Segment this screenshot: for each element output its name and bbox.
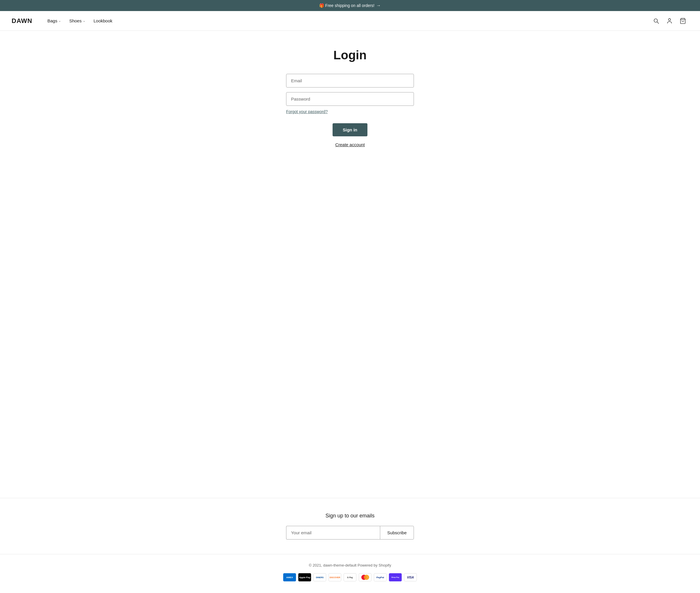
nav-item-shoes[interactable]: Shoes ⌄	[65, 16, 89, 26]
payment-amex: AMEX	[283, 573, 296, 581]
payment-apple-pay: Apple Pay	[298, 573, 311, 581]
search-icon	[653, 18, 659, 24]
subscribe-button[interactable]: Subscribe	[380, 526, 414, 540]
payment-mastercard	[359, 573, 371, 581]
copyright: © 2021, dawn-theme-default Powered by Sh…	[309, 563, 391, 567]
powered-by-shopify-link[interactable]: Powered by Shopify	[357, 563, 391, 567]
forgot-password-link[interactable]: Forgot your password?	[286, 109, 414, 114]
svg-point-0	[654, 18, 658, 22]
cart-button[interactable]	[677, 15, 688, 27]
shoes-chevron-icon: ⌄	[83, 19, 85, 23]
payment-google-pay: G Pay	[344, 573, 356, 581]
password-field[interactable]	[286, 92, 414, 106]
email-signup-form: Subscribe	[286, 526, 414, 540]
login-title: Login	[334, 48, 366, 62]
header-icons	[651, 15, 688, 27]
announcement-arrow: →	[376, 3, 381, 8]
payment-methods: AMEX Apple Pay DINERS DISCOVER G Pay Pay…	[283, 573, 417, 581]
payment-diners: DINERS	[313, 573, 326, 581]
account-button[interactable]	[664, 15, 675, 27]
bags-chevron-icon: ⌄	[58, 19, 61, 23]
payment-shop-pay: Shop Pay	[389, 573, 402, 581]
footer-email-signup: Sign up to our emails Subscribe	[0, 498, 700, 554]
announcement-link[interactable]: 🎁 Free shipping on all orders! →	[319, 3, 381, 8]
announcement-bar: 🎁 Free shipping on all orders! →	[0, 0, 700, 11]
account-icon	[666, 18, 673, 24]
logo[interactable]: DAWN	[12, 17, 32, 25]
main-content: Login Forgot your password? Sign in Crea…	[0, 31, 700, 498]
create-account-link[interactable]: Create account	[335, 142, 365, 147]
svg-point-2	[668, 18, 670, 21]
announcement-text: 🎁 Free shipping on all orders!	[319, 3, 375, 8]
bottom-footer: © 2021, dawn-theme-default Powered by Sh…	[0, 554, 700, 593]
sign-in-button[interactable]: Sign in	[333, 123, 367, 136]
mastercard-orange-circle	[364, 575, 369, 580]
email-signup-title: Sign up to our emails	[325, 513, 375, 519]
payment-paypal: PayPal	[374, 573, 387, 581]
email-field[interactable]	[286, 74, 414, 87]
payment-visa: VISA	[404, 573, 417, 581]
nav-item-lookbook[interactable]: Lookbook	[90, 16, 116, 26]
email-signup-input[interactable]	[286, 526, 380, 540]
main-nav: Bags ⌄ Shoes ⌄ Lookbook	[44, 16, 651, 26]
header: DAWN Bags ⌄ Shoes ⌄ Lookbook	[0, 11, 700, 31]
cart-icon	[680, 18, 686, 24]
svg-line-1	[657, 22, 659, 24]
payment-discover: DISCOVER	[329, 573, 341, 581]
login-form: Forgot your password? Sign in Create acc…	[286, 74, 414, 147]
search-button[interactable]	[651, 15, 662, 27]
nav-item-bags[interactable]: Bags ⌄	[44, 16, 64, 26]
